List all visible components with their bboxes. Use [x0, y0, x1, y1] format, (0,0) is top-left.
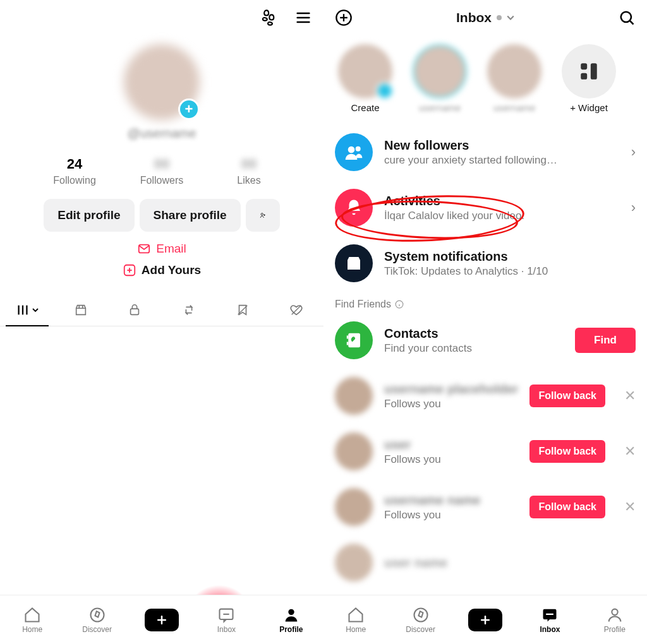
svg-rect-13	[131, 309, 139, 314]
nav-profile[interactable]: Profile	[259, 606, 324, 634]
svg-rect-29	[591, 63, 597, 80]
profile-header	[0, 0, 324, 35]
item-activities[interactable]: Activities İlqar Calalov liked your vide…	[324, 180, 647, 236]
dismiss-icon[interactable]: ✕	[624, 388, 636, 404]
likes-count: 00	[221, 156, 277, 172]
follow-back-button[interactable]: Follow back	[529, 440, 605, 463]
nav-home[interactable]: Home	[0, 606, 64, 634]
dismiss-icon[interactable]: ✕	[624, 443, 636, 460]
story-widget[interactable]: + Widget	[559, 44, 619, 113]
stat-likes[interactable]: 00 Likes	[221, 156, 277, 186]
svg-point-30	[348, 146, 355, 153]
svg-point-21	[288, 609, 294, 614]
system-icon	[335, 244, 373, 282]
stat-followers[interactable]: 00 Followers	[133, 156, 190, 186]
nav-home[interactable]: Home	[324, 606, 388, 634]
user-avatar	[335, 488, 373, 526]
story-create[interactable]: Create	[335, 44, 396, 113]
svg-rect-35	[348, 333, 360, 348]
nav-discover[interactable]: Discover	[388, 606, 452, 634]
story-widget-label: + Widget	[570, 102, 608, 113]
nav-inbox-label: Inbox	[540, 625, 560, 634]
following-label: Following	[46, 175, 103, 186]
suggested-user-1[interactable]: username placeholder Follows you Follow …	[324, 368, 647, 424]
suggested-user-3[interactable]: username name Follows you Follow back ✕	[324, 479, 647, 535]
story-item-1[interactable]: username	[409, 44, 470, 113]
stats-row: 24 Following 00 Followers 00 Likes	[46, 156, 277, 186]
footprint-icon[interactable]	[259, 9, 277, 27]
story-item-2[interactable]: username	[484, 44, 545, 113]
svg-point-25	[621, 12, 631, 22]
item-system-notifications[interactable]: System notifications TikTok: Updates to …	[324, 236, 647, 291]
bottom-nav-right: Home Discover Inbox Profile	[324, 595, 647, 644]
nav-create[interactable]	[130, 609, 194, 631]
user-name: user	[384, 438, 518, 452]
find-button[interactable]: Find	[575, 328, 636, 353]
profile-body: + @username 24 Following 00 Followers 00…	[0, 35, 324, 326]
suggested-user-2[interactable]: user Follows you Follow back ✕	[324, 424, 647, 479]
email-label: Email	[156, 242, 186, 256]
svg-rect-42	[547, 613, 554, 614]
new-message-icon[interactable]	[335, 9, 353, 27]
user-name: username name	[384, 493, 518, 508]
tab-liked[interactable]	[270, 294, 324, 326]
nav-inbox[interactable]: Inbox	[194, 606, 258, 634]
follow-back-button[interactable]: Follow back	[529, 385, 605, 407]
inbox-list: New followers cure your anxiety started …	[324, 122, 647, 593]
item-title: System notifications	[384, 249, 636, 264]
follows-you-label: Follows you	[384, 398, 518, 410]
item-new-followers[interactable]: New followers cure your anxiety started …	[324, 124, 647, 180]
edit-profile-button[interactable]: Edit profile	[44, 199, 134, 232]
content-tabs	[0, 294, 324, 326]
activities-icon	[335, 189, 373, 227]
followers-count: 00	[133, 156, 190, 172]
nav-discover[interactable]: Discover	[64, 606, 129, 634]
item-title: Contacts	[384, 326, 564, 341]
tab-private[interactable]	[108, 294, 162, 326]
tab-grid[interactable]	[0, 294, 54, 326]
avatar-add-icon[interactable]: +	[178, 98, 200, 120]
story-label: username	[493, 102, 536, 113]
nav-profile-label: Profile	[604, 625, 626, 634]
menu-icon[interactable]	[294, 9, 312, 27]
item-body: System notifications TikTok: Updates to …	[384, 249, 636, 278]
following-count: 24	[46, 156, 103, 172]
email-button[interactable]: Email	[137, 242, 186, 256]
add-yours-button[interactable]: Add Yours	[123, 263, 201, 277]
nav-create[interactable]	[453, 609, 517, 631]
story-create-label: Create	[351, 102, 379, 113]
stat-following[interactable]: 24 Following	[46, 156, 103, 186]
svg-rect-28	[581, 73, 587, 80]
suggested-user-4[interactable]: user name	[324, 535, 647, 590]
svg-line-26	[630, 21, 634, 25]
add-yours-label: Add Yours	[142, 263, 201, 277]
item-body: New followers cure your anxiety started …	[384, 138, 615, 167]
item-subtitle: İlqar Calalov liked your video.	[384, 210, 615, 222]
item-contacts[interactable]: Contacts Find your contacts Find	[324, 313, 647, 368]
nav-home-label: Home	[22, 625, 42, 634]
avatar[interactable]: +	[124, 44, 200, 120]
nav-home-label: Home	[346, 625, 366, 634]
nav-profile-label: Profile	[279, 625, 303, 634]
dismiss-icon[interactable]: ✕	[624, 499, 636, 515]
follow-back-button[interactable]: Follow back	[529, 496, 605, 518]
tab-repost[interactable]	[162, 294, 215, 326]
story-avatar	[413, 44, 467, 98]
nav-inbox[interactable]: Inbox	[517, 606, 582, 634]
nav-profile[interactable]: Profile	[583, 606, 647, 634]
add-friend-button[interactable]	[246, 199, 280, 232]
item-body: username placeholder Follows you	[384, 382, 518, 410]
item-body: user name	[384, 556, 636, 570]
bottom-nav-left: Home Discover Inbox Profile	[0, 595, 324, 644]
svg-point-38	[414, 608, 427, 621]
tab-bookmark[interactable]	[215, 294, 269, 326]
story-row[interactable]: Create username username + Widget	[324, 35, 647, 122]
item-title: New followers	[384, 138, 615, 153]
inbox-title-wrap[interactable]: Inbox	[353, 10, 618, 25]
share-profile-button[interactable]: Share profile	[140, 199, 241, 232]
tab-shop[interactable]	[54, 294, 107, 326]
item-subtitle: cure your anxiety started following…	[384, 154, 615, 167]
user-avatar	[335, 377, 373, 415]
search-icon[interactable]	[618, 9, 636, 27]
nav-inbox-label: Inbox	[217, 625, 236, 634]
